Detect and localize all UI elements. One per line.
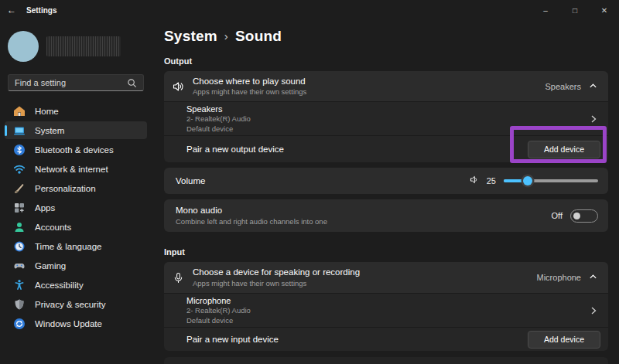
- sidebar-item-personalization[interactable]: Personalization: [5, 179, 147, 197]
- chevron-right-icon: [589, 114, 598, 124]
- sidebar-item-label: Apps: [35, 203, 55, 213]
- pair-output-device-row: Pair a new output device Add device: [164, 135, 608, 162]
- volume-slider[interactable]: [504, 176, 598, 185]
- breadcrumb: System › Sound: [164, 28, 608, 45]
- input-device-driver: 2- Realtek(R) Audio: [186, 306, 251, 315]
- mono-audio-state: Off: [552, 211, 563, 220]
- toggle-knob: [573, 213, 580, 219]
- output-selector-subtitle: Apps might have their own settings: [193, 87, 306, 97]
- input-section-label: Input: [164, 247, 608, 257]
- avatar: [8, 31, 39, 62]
- volume-label: Volume: [176, 176, 205, 185]
- sidebar-item-label: System: [35, 126, 64, 135]
- add-input-device-button[interactable]: Add device: [528, 331, 600, 349]
- maximize-button[interactable]: □: [560, 0, 590, 20]
- sidebar-item-time-language[interactable]: Time & language: [5, 237, 147, 255]
- sync-icon: [13, 318, 26, 330]
- pair-input-label: Pair a new input device: [186, 335, 279, 344]
- input-device-status: Default device: [186, 316, 251, 325]
- window-controls: – □ ✕: [531, 0, 619, 20]
- volume-speaker-icon[interactable]: [469, 174, 479, 188]
- volume-slider-thumb[interactable]: [523, 176, 532, 185]
- volume-value: 25: [487, 176, 496, 185]
- output-device-status: Default device: [186, 124, 251, 134]
- sidebar-item-gaming[interactable]: Gaming: [5, 257, 147, 274]
- input-selector-title: Choose a device for speaking or recordin…: [193, 267, 360, 277]
- sidebar-item-home[interactable]: Home: [5, 102, 147, 120]
- input-card: Choose a device for speaking or recordin…: [164, 262, 608, 351]
- home-icon: [13, 105, 26, 117]
- page-title: Sound: [235, 28, 282, 45]
- search-input[interactable]: Find a setting: [8, 74, 144, 91]
- sidebar-item-privacy-security[interactable]: Privacy & security: [5, 295, 147, 313]
- sidebar-item-windows-update[interactable]: Windows Update: [5, 315, 147, 332]
- output-selected-device: Speakers: [545, 82, 581, 91]
- output-device-driver: 2- Realtek(R) Audio: [186, 114, 251, 124]
- sidebar-nav: Home System Bluetooth & devices Network …: [0, 102, 152, 332]
- shield-icon: [13, 298, 26, 311]
- breadcrumb-separator-icon: ›: [224, 29, 228, 43]
- mono-audio-subtitle: Combine left and right audio channels in…: [176, 217, 327, 226]
- app-title: Settings: [26, 6, 56, 15]
- sidebar-item-accessibility[interactable]: Accessibility: [5, 276, 147, 294]
- sidebar-item-label: Privacy & security: [35, 300, 105, 309]
- input-device-selector[interactable]: Choose a device for speaking or recordin…: [164, 262, 608, 293]
- output-device-name: Speakers: [186, 104, 251, 114]
- main-content: System › Sound Output Choose where to pl…: [152, 20, 619, 364]
- sidebar-item-label: Personalization: [35, 184, 96, 193]
- sidebar-item-label: Network & internet: [35, 165, 108, 174]
- system-icon: [13, 124, 26, 137]
- breadcrumb-parent[interactable]: System: [164, 28, 217, 45]
- titlebar: ← Settings – □ ✕: [0, 0, 619, 20]
- input-device-name: Microphone: [186, 295, 251, 306]
- output-card: Choose where to play sound Apps might ha…: [164, 71, 608, 162]
- user-profile[interactable]: [8, 29, 152, 63]
- output-speakers-row[interactable]: Speakers 2- Realtek(R) Audio Default dev…: [164, 101, 608, 135]
- add-output-device-button[interactable]: Add device: [528, 141, 600, 158]
- chevron-up-icon: [589, 80, 597, 94]
- pair-output-label: Pair a new output device: [186, 145, 284, 154]
- sidebar-item-bluetooth-devices[interactable]: Bluetooth & devices: [5, 141, 147, 158]
- sidebar-item-label: Time & language: [35, 242, 102, 251]
- volume-card: Volume 25: [164, 168, 608, 194]
- settings-window: ← Settings – □ ✕ Find a setting: [0, 0, 619, 364]
- input-microphone-row[interactable]: Microphone 2- Realtek(R) Audio Default d…: [164, 293, 608, 327]
- sidebar-item-label: Accessibility: [35, 281, 84, 290]
- sidebar: Find a setting Home System Bluetooth & d…: [0, 20, 152, 364]
- chevron-right-icon: [589, 306, 598, 315]
- paintbrush-icon: [13, 182, 26, 195]
- mono-audio-card: Mono audio Combine left and right audio …: [164, 199, 608, 232]
- chevron-up-icon: [589, 270, 597, 284]
- sidebar-item-apps[interactable]: Apps: [5, 199, 147, 216]
- microphone-icon: [169, 272, 186, 284]
- pair-input-device-row: Pair a new input device Add device: [164, 327, 608, 351]
- sidebar-item-system[interactable]: System: [5, 121, 147, 139]
- close-button[interactable]: ✕: [590, 0, 619, 20]
- mono-audio-title: Mono audio: [176, 205, 327, 216]
- bluetooth-icon: [13, 144, 26, 156]
- game-controller-icon: [13, 260, 26, 272]
- more-sound-settings-card-partial[interactable]: [164, 357, 608, 364]
- speaker-icon: [169, 80, 186, 93]
- sidebar-item-accounts[interactable]: Accounts: [5, 218, 147, 236]
- search-icon: [127, 78, 137, 88]
- output-device-selector[interactable]: Choose where to play sound Apps might ha…: [164, 71, 608, 101]
- minimize-button[interactable]: –: [531, 0, 560, 20]
- search-placeholder: Find a setting: [15, 78, 66, 87]
- sidebar-item-network-internet[interactable]: Network & internet: [5, 160, 147, 178]
- user-name-redacted: [46, 36, 121, 56]
- sidebar-item-label: Gaming: [35, 261, 66, 270]
- output-section-label: Output: [164, 56, 608, 66]
- wifi-icon: [13, 163, 26, 175]
- input-selector-subtitle: Apps might have their own settings: [193, 279, 360, 288]
- sidebar-item-label: Accounts: [35, 223, 71, 232]
- output-selector-title: Choose where to play sound: [193, 76, 306, 87]
- clock-icon: [13, 240, 26, 253]
- sidebar-item-label: Bluetooth & devices: [35, 145, 114, 155]
- mono-audio-toggle[interactable]: [570, 209, 598, 223]
- sidebar-item-label: Home: [35, 107, 59, 116]
- accessibility-icon: [13, 279, 26, 291]
- back-button[interactable]: ←: [0, 5, 23, 15]
- person-icon: [13, 221, 26, 233]
- sidebar-item-label: Windows Update: [35, 319, 102, 328]
